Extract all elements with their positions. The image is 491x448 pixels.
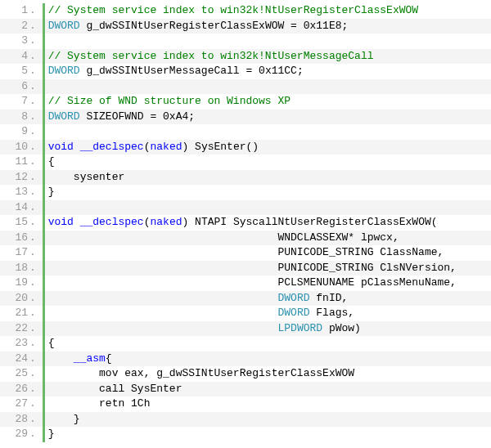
code-line: 25. mov eax, g_dwSSINtUserRegisterClassE… <box>0 366 491 382</box>
code-block: 1. // System service index to win32k!NtU… <box>0 0 491 446</box>
code-token: sysenter <box>48 171 125 183</box>
code-content: // Size of WND structure on Windows XP <box>48 94 291 110</box>
code-token <box>48 352 74 365</box>
line-number: 22 <box>0 321 29 337</box>
code-content: DWORD g_dwSSINtUserMessageCall = 0x11CC; <box>48 64 304 79</box>
code-token: mov eax, g_dwSSINtUserRegisterClassExWOW <box>48 367 354 379</box>
code-line: 12. sysenter <box>0 170 491 186</box>
line-number-dot: . <box>29 64 36 79</box>
code-token: __declspec <box>80 216 144 228</box>
code-content: DWORD Flags, <box>48 306 354 321</box>
gutter-bar <box>43 396 45 412</box>
code-line: 9. <box>0 124 491 140</box>
gutter-bar <box>43 306 45 321</box>
code-line: 18. PUNICODE_STRING ClsNVersion, <box>0 261 491 276</box>
code-line: 2. DWORD g_dwSSINtUserRegisterClassExWOW… <box>0 19 491 34</box>
gutter-bar <box>43 231 45 246</box>
code-content: sysenter <box>48 170 125 186</box>
line-number: 16 <box>0 231 29 246</box>
line-number: 26 <box>0 382 29 397</box>
code-content: retn 1Ch <box>48 396 151 412</box>
code-line: 5. DWORD g_dwSSINtUserMessageCall = 0x11… <box>0 64 491 79</box>
code-token: DWORD <box>277 307 309 319</box>
code-content: { <box>48 336 55 352</box>
code-token: naked <box>150 216 182 228</box>
code-line: 28. } <box>0 412 491 428</box>
code-token: // System service index to win32k!NtUser… <box>48 50 374 62</box>
gutter-bar <box>43 352 45 367</box>
code-line: 13. } <box>0 185 491 200</box>
gutter-bar <box>43 3 45 19</box>
gutter-bar <box>43 64 45 79</box>
code-token: PUNICODE_STRING ClsNVersion, <box>48 262 457 274</box>
line-number: 11 <box>0 155 29 170</box>
gutter-bar <box>43 79 45 95</box>
code-token: } <box>48 413 80 425</box>
code-line: 1. // System service index to win32k!NtU… <box>0 3 491 19</box>
code-token: } <box>48 186 55 198</box>
code-token: SIZEOFWND = 0xA4; <box>80 110 195 123</box>
code-token <box>48 322 278 334</box>
line-number: 7 <box>0 94 29 110</box>
code-token: pWow) <box>322 322 361 334</box>
code-token: Flags, <box>310 307 355 319</box>
line-number: 28 <box>0 412 29 428</box>
code-line: 29. } <box>0 427 491 442</box>
code-token: fnID, <box>310 292 349 304</box>
code-token: LPDWORD <box>277 322 322 334</box>
line-number-dot: . <box>29 215 36 231</box>
code-line: 27. retn 1Ch <box>0 396 491 412</box>
code-content: // System service index to win32k!NtUser… <box>48 3 418 19</box>
code-token: PCLSMENUNAME pClassMenuName, <box>48 276 457 289</box>
code-line: 16. WNDCLASSEXW* lpwcx, <box>0 231 491 246</box>
code-line: 8. DWORD SIZEOFWND = 0xA4; <box>0 110 491 125</box>
code-content: void __declspec(naked) NTAPI SyscallNtUs… <box>48 215 438 231</box>
line-number-dot: . <box>29 321 36 337</box>
line-number: 8 <box>0 110 29 125</box>
code-token: call SysEnter <box>48 383 182 395</box>
line-number-dot: . <box>29 94 36 110</box>
code-content: DWORD fnID, <box>48 291 349 307</box>
line-number-dot: . <box>29 276 36 291</box>
code-content: void __declspec(naked) SysEnter() <box>48 140 259 155</box>
line-number-dot: . <box>29 79 36 95</box>
line-number-dot: . <box>29 396 36 412</box>
gutter-bar <box>43 366 45 382</box>
code-content: __asm{ <box>48 352 112 367</box>
code-content: PUNICODE_STRING ClsNVersion, <box>48 261 457 276</box>
code-content: // System service index to win32k!NtUser… <box>48 49 374 65</box>
line-number: 13 <box>0 185 29 200</box>
line-number-dot: . <box>29 245 36 261</box>
code-content: DWORD g_dwSSINtUserRegisterClassExWOW = … <box>48 19 349 34</box>
code-line: 11. { <box>0 155 491 170</box>
line-number: 1 <box>0 3 29 19</box>
line-number: 27 <box>0 396 29 412</box>
line-number: 20 <box>0 291 29 307</box>
line-number-dot: . <box>29 34 36 49</box>
line-number-dot: . <box>29 3 36 19</box>
code-token: WNDCLASSEXW* lpwcx, <box>48 231 399 244</box>
gutter-bar <box>43 321 45 337</box>
code-line: 3. <box>0 34 491 49</box>
gutter-bar <box>43 170 45 186</box>
code-content: call SysEnter <box>48 382 182 397</box>
gutter-bar <box>43 110 45 125</box>
code-content: WNDCLASSEXW* lpwcx, <box>48 231 399 246</box>
gutter-bar <box>43 94 45 110</box>
code-content: } <box>48 427 55 442</box>
line-number-dot: . <box>29 231 36 246</box>
code-token: ) NTAPI SyscallNtUserRegisterClassExWOW( <box>182 216 438 228</box>
code-token: void <box>48 216 74 228</box>
line-number: 29 <box>0 427 29 442</box>
line-number-dot: . <box>29 140 36 155</box>
line-number: 2 <box>0 19 29 34</box>
line-number-dot: . <box>29 124 36 140</box>
gutter-bar <box>43 276 45 291</box>
code-token: naked <box>150 141 182 153</box>
code-token: DWORD <box>48 110 80 123</box>
line-number: 18 <box>0 261 29 276</box>
code-token: // System service index to win32k!NtUser… <box>48 4 418 16</box>
line-number-dot: . <box>29 155 36 170</box>
code-line: 14. <box>0 200 491 216</box>
line-number: 25 <box>0 366 29 382</box>
